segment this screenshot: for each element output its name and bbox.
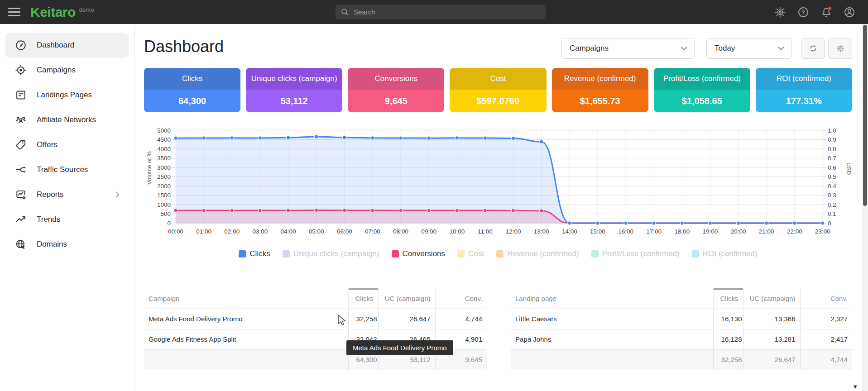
conv-value: 2,327 xyxy=(800,309,852,329)
account-icon[interactable] xyxy=(844,6,855,18)
stat-card-value: $597.0760 xyxy=(477,96,520,106)
sidebar-item-label: Domains xyxy=(37,240,67,249)
stat-card-label: Revenue (confirmed) xyxy=(564,74,636,83)
legend-label: Revenue (confirmed) xyxy=(507,249,579,258)
search-icon xyxy=(340,8,349,16)
clicks-value: 16,130 xyxy=(713,309,743,329)
column-header-uc-campaign[interactable]: UC (campaign) xyxy=(743,288,800,309)
sidebar-item-label: Campaigns xyxy=(37,66,76,75)
refresh-button[interactable] xyxy=(801,38,825,59)
legend-item-conversions[interactable]: Conversions xyxy=(392,249,446,258)
date-range-select[interactable]: Today xyxy=(706,38,791,59)
hamburger-menu-icon[interactable] xyxy=(8,8,20,16)
search-bar xyxy=(336,5,546,19)
svg-text:500: 500 xyxy=(160,210,171,217)
stat-card-label: Cost xyxy=(490,74,506,83)
legend-item-clicks[interactable]: Clicks xyxy=(239,249,270,258)
svg-text:?: ? xyxy=(801,9,805,15)
scrollbar-thumb[interactable] xyxy=(863,25,867,206)
sidebar-item-trends[interactable]: Trends xyxy=(5,207,129,232)
sidebar-item-landings-pages[interactable]: Landings Pages xyxy=(5,82,129,107)
column-header-clicks[interactable]: Clicks xyxy=(713,288,743,309)
dashboard-icon xyxy=(15,39,27,51)
stat-card-profit-loss: Profit/Loss (confirmed) $1,058.65 xyxy=(654,68,750,112)
svg-text:0.6: 0.6 xyxy=(828,164,836,171)
sidebar-item-label: Dashboard xyxy=(37,41,74,50)
sidebar-item-affiliate-networks[interactable]: Affiliate Networks xyxy=(5,107,129,132)
svg-text:3000: 3000 xyxy=(157,164,171,171)
legend-item-roi[interactable]: ROI (confirmed) xyxy=(692,249,758,258)
sidebar-item-reports[interactable]: Reports xyxy=(5,182,129,207)
logo-demo-badge: demo xyxy=(79,6,94,13)
date-range-value: Today xyxy=(715,44,735,53)
sidebar-item-dashboard[interactable]: Dashboard xyxy=(5,33,129,57)
svg-text:03:00: 03:00 xyxy=(252,228,268,235)
clicks-total: 32,258 xyxy=(713,349,743,370)
notifications-bell-icon[interactable] xyxy=(820,6,832,18)
table-row: Meta Ads Food Delivery Promo 32,258 26,6… xyxy=(144,309,487,329)
svg-text:06:00: 06:00 xyxy=(337,228,352,235)
keitaro-logo[interactable]: Keitaro xyxy=(30,5,76,20)
svg-text:21:00: 21:00 xyxy=(759,228,774,235)
campaigns-icon xyxy=(15,64,27,76)
trends-icon xyxy=(15,214,27,225)
chevron-right-icon xyxy=(115,191,120,198)
search-input[interactable] xyxy=(354,8,546,16)
column-header-conv[interactable]: Conv. xyxy=(435,288,487,309)
scroll-down-arrow[interactable]: ▼ xyxy=(852,383,858,390)
scrollbar-track xyxy=(862,24,868,391)
legend-item-profit-loss[interactable]: Profit/Loss (confirmed) xyxy=(591,249,680,258)
legend-swatch xyxy=(692,250,699,257)
campaign-name[interactable]: Google Ads Fitness App Split xyxy=(144,329,348,349)
row-hover-tooltip: Meta Ads Food Delivery Promo xyxy=(346,340,453,355)
column-header-conv[interactable]: Conv. xyxy=(800,288,852,309)
campaign-name[interactable]: Meta Ads Food Delivery Promo xyxy=(144,309,348,329)
chart-canvas: 0500100015002000250030003500400045005000… xyxy=(144,129,852,242)
svg-text:07:00: 07:00 xyxy=(365,228,380,235)
sidebar-item-campaigns[interactable]: Campaigns xyxy=(5,57,129,82)
help-icon[interactable]: ? xyxy=(797,6,809,18)
offers-icon: $ xyxy=(15,139,27,151)
svg-text:16:00: 16:00 xyxy=(618,228,633,235)
column-header-campaign[interactable]: Campaign xyxy=(144,288,348,309)
svg-text:14:00: 14:00 xyxy=(562,228,577,235)
svg-text:20:00: 20:00 xyxy=(731,228,746,235)
column-header-uc-campaign[interactable]: UC (campaign) xyxy=(378,288,435,309)
svg-text:2000: 2000 xyxy=(157,183,171,190)
stat-card-conversions: Conversions 9,645 xyxy=(348,68,444,112)
sidebar-item-domains[interactable]: Domains xyxy=(5,232,129,257)
legend-item-cost[interactable]: Cost xyxy=(457,249,484,258)
stat-card-value: 53,112 xyxy=(281,96,308,106)
landing-pages-table: Landing page Clicks UC (campaign) Conv. … xyxy=(511,288,852,370)
svg-text:15:00: 15:00 xyxy=(590,228,605,235)
left-axis-label: Volume or % xyxy=(146,151,153,185)
keitaro-dashboard-page: Keitaro demo xyxy=(0,0,868,391)
campaigns-filter-select[interactable]: Campaigns xyxy=(561,38,695,59)
svg-text:11:00: 11:00 xyxy=(478,228,493,235)
legend-label: Conversions xyxy=(403,249,446,258)
landing-page-name[interactable]: Little Caesars xyxy=(511,309,713,329)
campaigns-table: Campaign Clicks UC (campaign) Conv. Meta… xyxy=(144,288,487,370)
landing-page-name[interactable]: Papa Johns xyxy=(511,329,713,349)
sidebar-item-traffic-sources[interactable]: Traffic Sources xyxy=(5,157,129,182)
sidebar-item-label: Affiliate Networks xyxy=(37,115,96,124)
settings-icon[interactable] xyxy=(774,6,786,18)
dashboard-settings-button[interactable] xyxy=(828,38,852,59)
svg-text:0.3: 0.3 xyxy=(828,192,836,199)
svg-text:04:00: 04:00 xyxy=(281,228,296,235)
sidebar-item-offers[interactable]: $ Offers xyxy=(5,132,129,157)
domains-icon xyxy=(15,238,27,250)
legend-label: Clicks xyxy=(249,249,270,258)
stat-card-value: $1,058.65 xyxy=(682,96,722,106)
conv-value: 4,744 xyxy=(435,309,487,329)
stat-card-revenue: Revenue (confirmed) $1,655.73 xyxy=(552,68,648,112)
gear-icon xyxy=(836,44,845,53)
svg-text:09:00: 09:00 xyxy=(421,228,436,235)
legend-item-unique-clicks[interactable]: Unique clicks (campaign) xyxy=(283,249,379,258)
column-header-landing-page[interactable]: Landing page xyxy=(511,288,713,309)
sidebar-item-label: Reports xyxy=(37,190,64,199)
column-header-clicks[interactable]: Clicks xyxy=(348,288,378,309)
stat-card-value: $1,655.73 xyxy=(580,96,620,106)
reports-icon xyxy=(15,189,27,200)
legend-item-revenue[interactable]: Revenue (confirmed) xyxy=(496,249,579,258)
